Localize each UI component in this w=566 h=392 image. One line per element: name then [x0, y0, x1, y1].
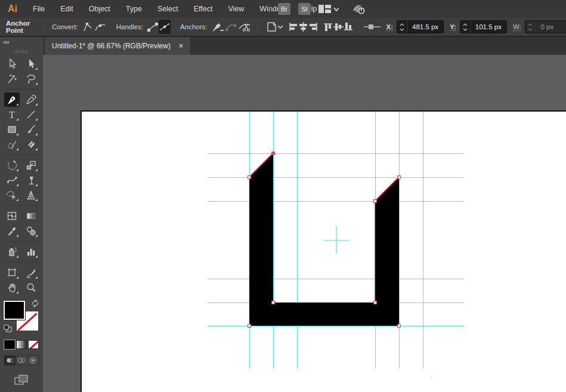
align-v-center-icon: [333, 22, 344, 32]
artboard-options-button[interactable]: [263, 20, 283, 34]
align-bottom-button[interactable]: [344, 20, 354, 34]
workspace-switcher-button[interactable]: [318, 4, 339, 14]
corner-point-icon: [82, 21, 94, 33]
color-mode-gradient-button[interactable]: [16, 340, 27, 349]
curvature-tool[interactable]: [23, 92, 39, 107]
canvas-area[interactable]: t: [43, 55, 566, 392]
rotate-tool[interactable]: [4, 158, 20, 172]
fill-stroke-widget: [2, 300, 41, 334]
y-stepper[interactable]: [460, 21, 471, 33]
letter-u-path[interactable]: [249, 153, 399, 326]
swap-fill-stroke-icon[interactable]: [31, 300, 39, 307]
gradient-tool[interactable]: [23, 209, 39, 223]
y-value[interactable]: 101.5 px: [471, 23, 506, 30]
hand-tool[interactable]: [4, 280, 20, 295]
lasso-tool[interactable]: [23, 72, 39, 86]
slice-tool[interactable]: [23, 266, 39, 280]
convert-to-smooth-button[interactable]: [94, 20, 107, 34]
touch-workspace-button[interactable]: [351, 3, 366, 15]
puppet-warp-tool[interactable]: [23, 173, 39, 187]
rectangle-tool[interactable]: [4, 122, 20, 137]
screen-mode-button[interactable]: [2, 374, 41, 386]
show-handles-button[interactable]: [147, 20, 159, 34]
menu-object[interactable]: Object: [81, 0, 118, 18]
align-top-button[interactable]: [323, 20, 333, 34]
magic-wand-tool[interactable]: [4, 72, 20, 86]
menu-view[interactable]: View: [220, 0, 252, 18]
hide-handles-icon: [159, 21, 171, 32]
x-stepper[interactable]: [397, 21, 407, 33]
zoom-tool[interactable]: [23, 280, 39, 295]
blend-tool[interactable]: [23, 224, 39, 238]
ruler-guides[interactable]: [208, 112, 463, 368]
control-bar: Anchor Point Convert: Handles:: [0, 18, 566, 37]
scale-tool[interactable]: [23, 158, 39, 172]
column-graph-tool[interactable]: [23, 245, 39, 259]
tool-grid: T: [0, 57, 43, 295]
shaper-tool[interactable]: [4, 137, 20, 152]
eyedropper-tool[interactable]: [4, 224, 20, 238]
connect-anchors-button[interactable]: [224, 20, 237, 34]
line-segment-tool[interactable]: [23, 107, 39, 122]
y-label[interactable]: Y:: [450, 23, 456, 31]
x-label[interactable]: X:: [386, 23, 394, 31]
stepper-down-icon: [463, 28, 468, 31]
stock-button[interactable]: St: [298, 3, 311, 15]
mesh-tool[interactable]: [4, 209, 20, 223]
collapse-panel-button[interactable]: ««: [0, 37, 43, 45]
fill-swatch-black[interactable]: [4, 301, 25, 320]
chevron-down-icon: [278, 26, 283, 28]
align-horizontal-center-button[interactable]: [298, 20, 308, 34]
center-mark-icon: [323, 226, 350, 254]
perspective-grid-tool[interactable]: [23, 188, 39, 202]
toolbar-grip[interactable]: [14, 50, 29, 53]
x-input[interactable]: 481.5 px: [397, 20, 444, 33]
cut-path-button[interactable]: [237, 20, 252, 34]
color-mode-none-button[interactable]: [28, 340, 39, 349]
y-input[interactable]: 101.5 px: [460, 20, 507, 33]
reference-point-widget[interactable]: [364, 20, 381, 34]
symbol-sprayer-tool[interactable]: [4, 245, 20, 259]
type-tool[interactable]: T: [4, 107, 20, 122]
paintbrush-tool[interactable]: [23, 122, 39, 137]
toolbar-divider: [5, 241, 38, 242]
align-vertical-center-button[interactable]: [333, 20, 344, 34]
convert-to-corner-button[interactable]: [82, 20, 94, 34]
menu-edit[interactable]: Edit: [52, 0, 81, 18]
draw-inside-button[interactable]: [27, 356, 39, 365]
default-colors-icon[interactable]: [4, 325, 13, 333]
align-right-icon: [308, 22, 318, 32]
menubar-separator: [270, 4, 270, 14]
pen-tool[interactable]: [4, 92, 20, 107]
stepper-down-icon: [400, 28, 404, 31]
draw-behind-button[interactable]: [16, 356, 27, 365]
align-right-button[interactable]: [308, 20, 318, 34]
draw-normal-button[interactable]: [4, 356, 16, 365]
menu-file[interactable]: File: [25, 0, 52, 18]
align-left-button[interactable]: [288, 20, 298, 34]
menu-select[interactable]: Select: [150, 0, 186, 18]
chevron-down-icon: [334, 8, 339, 11]
menu-effect[interactable]: Effect: [186, 0, 221, 18]
x-value[interactable]: 481.5 px: [407, 23, 443, 30]
illustrator-window: Ai File Edit Object Type Select Effect V…: [0, 0, 566, 392]
shape-builder-tool[interactable]: [4, 188, 20, 202]
artboard-tool[interactable]: [4, 266, 20, 280]
selection-tool[interactable]: [4, 57, 20, 71]
remove-anchor-button[interactable]: [211, 20, 224, 34]
bridge-button[interactable]: Br: [278, 3, 290, 15]
menu-type[interactable]: Type: [118, 0, 150, 18]
color-mode-fill-button[interactable]: [4, 340, 15, 349]
screen-mode-icon: [14, 374, 29, 386]
close-icon[interactable]: ×: [179, 42, 183, 50]
direct-selection-tool[interactable]: [23, 57, 39, 71]
anchors-label: Anchors:: [180, 23, 207, 30]
document-tab[interactable]: Untitled-1* @ 66.67% (RGB/Preview) ×: [45, 37, 190, 55]
menubar-right-cluster: Br St: [270, 0, 366, 18]
svg-text:T: T: [9, 110, 15, 120]
eraser-tool[interactable]: [23, 137, 39, 152]
hide-handles-button[interactable]: [159, 20, 171, 34]
menubar: Ai File Edit Object Type Select Effect V…: [0, 0, 566, 18]
tools-panel: ««: [0, 37, 43, 392]
width-tool[interactable]: [4, 173, 20, 187]
